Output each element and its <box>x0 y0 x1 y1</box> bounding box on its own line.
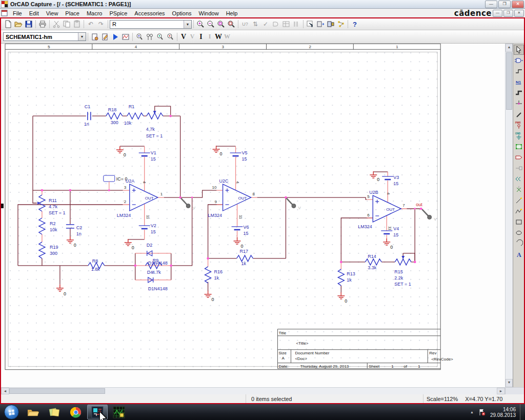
net-alias-out: out <box>416 202 422 207</box>
voltage-level-probe-icon[interactable] <box>134 32 145 42</box>
netlist-icon[interactable] <box>336 19 346 29</box>
power-probe-icon[interactable] <box>165 32 175 42</box>
current-probe-icon[interactable] <box>155 32 165 42</box>
area-select-icon[interactable] <box>315 19 326 29</box>
hierarchy-block-icon[interactable] <box>326 19 336 29</box>
new-document-icon[interactable] <box>3 19 13 29</box>
taskbar-clock[interactable]: 14:06 29.08.2013 <box>490 407 516 418</box>
voltage-differential-probes-icon[interactable] <box>145 32 155 42</box>
place-bus-tool[interactable] <box>514 88 524 98</box>
taskbar-explorer-button[interactable] <box>23 405 43 419</box>
menu-place[interactable]: Place <box>62 10 83 17</box>
place-junction-tool[interactable] <box>514 98 524 109</box>
help-icon[interactable]: ? <box>350 19 360 29</box>
menu-window[interactable]: Window <box>195 10 223 17</box>
place-off-page-connector-tool[interactable] <box>514 174 524 184</box>
place-wire-tool[interactable] <box>514 66 524 76</box>
taskbar-orcad-button[interactable] <box>87 405 108 419</box>
cross-reference-icon[interactable] <box>291 19 301 29</box>
schematic-canvas[interactable]: 5 4 3 2 1 <box>1 44 505 387</box>
current-into-pin-marker-icon[interactable]: I <box>206 33 214 41</box>
taskbar-chrome-button[interactable] <box>66 405 86 419</box>
gate-copy-icon[interactable] <box>271 19 281 29</box>
power-dissipation-marker-icon[interactable]: W <box>223 33 231 41</box>
start-button[interactable] <box>4 405 19 419</box>
edit-simulation-profile-icon[interactable] <box>100 32 110 42</box>
tray-expand-icon[interactable]: ▲ <box>470 410 474 414</box>
explorer-icon <box>27 406 39 418</box>
combo-arrow-icon[interactable]: ▼ <box>78 33 86 41</box>
menu-macro[interactable]: Macro <box>83 10 106 17</box>
show-desktop-button[interactable] <box>520 404 524 420</box>
zoom-in-icon[interactable] <box>195 19 206 29</box>
current-marker-icon[interactable]: I <box>196 33 206 41</box>
place-polyline-tool[interactable] <box>514 206 524 216</box>
place-port-tool[interactable] <box>514 152 524 163</box>
place-ground-tool[interactable]: GND <box>514 131 524 141</box>
zoom-area-icon[interactable] <box>216 19 226 29</box>
menu-view[interactable]: View <box>43 10 62 17</box>
menu-accessories[interactable]: Accessories <box>131 10 168 17</box>
open-document-icon[interactable] <box>13 19 24 29</box>
scroll-down-arrow[interactable]: ▼ <box>506 379 513 387</box>
place-part-tool[interactable] <box>514 55 524 66</box>
mdi-close-button[interactable]: ✕ <box>514 10 524 17</box>
new-simulation-profile-icon[interactable] <box>90 32 100 42</box>
mdi-minimize-button[interactable]: — <box>493 10 502 17</box>
place-power-tool[interactable]: PWR <box>514 120 524 130</box>
place-pin-tool[interactable] <box>514 163 524 173</box>
power-marker-icon[interactable]: W <box>214 33 223 41</box>
place-hierarchical-block-tool[interactable] <box>514 142 524 152</box>
close-button[interactable]: ✕ <box>512 1 524 8</box>
bom-table-icon[interactable] <box>281 19 291 29</box>
copy-icon[interactable] <box>62 19 72 29</box>
select-tool[interactable] <box>514 45 524 55</box>
print-icon[interactable] <box>37 19 48 29</box>
taskbar-sticky-notes-button[interactable] <box>44 405 65 419</box>
menu-edit[interactable]: Edit <box>26 10 43 17</box>
scroll-right-arrow[interactable]: ► <box>497 388 505 394</box>
place-text-tool[interactable]: A <box>514 249 524 259</box>
voltage-marker-icon[interactable]: V <box>179 33 188 41</box>
drc-check-icon[interactable]: ✓ <box>260 19 271 29</box>
vertical-scrollbar[interactable]: ▲ ▼ <box>505 44 513 387</box>
horizontal-scrollbar[interactable]: ◄ ► <box>1 388 505 394</box>
place-rectangle-tool[interactable] <box>514 217 524 227</box>
place-line-tool[interactable] <box>514 195 524 206</box>
mdi-restore-button[interactable]: ❐ <box>503 10 513 17</box>
save-document-icon[interactable] <box>24 19 34 29</box>
cut-icon[interactable] <box>51 19 62 29</box>
vertical-scroll-thumb[interactable] <box>506 52 512 110</box>
scroll-up-arrow[interactable]: ▲ <box>506 44 513 52</box>
redo-icon[interactable]: ↷ <box>96 19 106 29</box>
menu-help[interactable]: Help <box>223 10 241 17</box>
place-bus-entry-tool[interactable] <box>514 109 524 119</box>
simulation-profile-combo[interactable]: SCHEMATIC1-hm ▼ <box>3 32 86 41</box>
paste-icon[interactable] <box>72 19 82 29</box>
document-icon[interactable] <box>1 10 8 16</box>
menu-pspice[interactable]: PSpice <box>106 10 131 17</box>
place-part-combo[interactable]: R ▼ <box>110 20 192 29</box>
snap-to-grid-icon[interactable] <box>305 19 315 29</box>
place-arc-tool[interactable] <box>514 238 524 249</box>
restore-button[interactable]: ❐ <box>498 1 511 8</box>
menu-options[interactable]: Options <box>169 10 195 17</box>
menu-file[interactable]: File <box>9 10 26 17</box>
horizontal-scroll-thumb[interactable] <box>9 388 105 394</box>
zoom-all-icon[interactable] <box>226 19 236 29</box>
place-no-connect-tool[interactable] <box>514 185 524 195</box>
annotate-icon[interactable]: U? <box>240 19 250 29</box>
voltage-diff-marker-icon[interactable]: V <box>188 33 196 41</box>
minimize-button[interactable]: — <box>485 1 497 8</box>
zoom-out-icon[interactable] <box>206 19 216 29</box>
undo-icon[interactable]: ↶ <box>86 19 96 29</box>
run-pspice-icon[interactable] <box>110 32 120 42</box>
swap-pins-icon[interactable]: ⇅ <box>250 19 260 29</box>
combo-arrow-icon[interactable]: ▼ <box>184 21 191 28</box>
action-center-flag-icon[interactable] <box>478 408 486 416</box>
taskbar-pspice-button[interactable] <box>109 405 129 419</box>
place-net-alias-tool[interactable]: N1 <box>514 77 524 87</box>
scroll-left-arrow[interactable]: ◄ <box>1 388 9 394</box>
view-simulation-results-icon[interactable] <box>120 32 131 42</box>
place-ellipse-tool[interactable] <box>514 228 524 238</box>
